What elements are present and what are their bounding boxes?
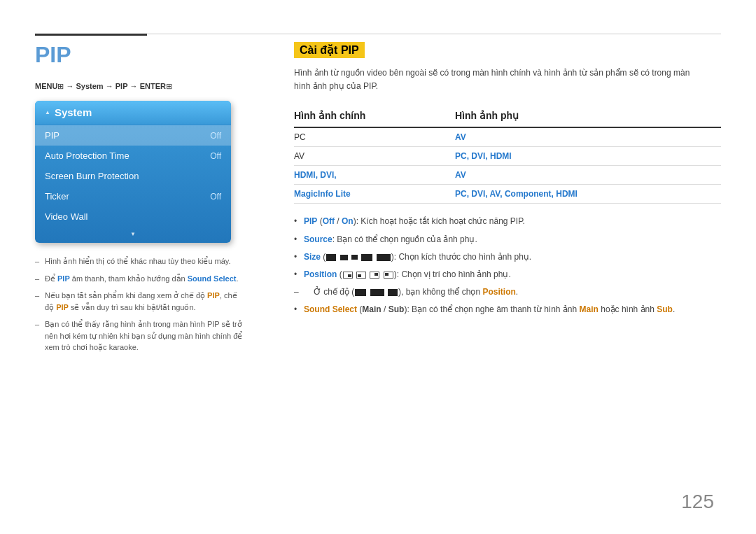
table-row: HDMI, DVI, AV	[294, 166, 721, 185]
note-item-4: Bạn có thể thấy rằng hình ảnh trong màn …	[35, 318, 245, 353]
menu-item-pip-value: Off	[210, 131, 221, 141]
table-row: MagicInfo Lite PC, DVI, AV, Component, H…	[294, 185, 721, 204]
menu-item-ticker[interactable]: Ticker Off	[35, 186, 231, 206]
note-item-1: Hình ảnh hiển thị có thể khác nhau tùy t…	[35, 255, 245, 267]
bullet-position-note: Ở chế độ ( ), bạn không thể chọn Positio…	[294, 286, 721, 299]
system-header-label: System	[55, 106, 92, 118]
menu-item-pip[interactable]: PIP Off	[35, 125, 231, 146]
table-row: AV PC, DVI, HDMI	[294, 147, 721, 166]
menu-item-ticker-label: Ticker	[45, 191, 69, 202]
intro-text: Hình ảnh từ nguồn video bên ngoài sẽ có …	[294, 66, 700, 93]
menu-item-screen-burn-label: Screen Burn Protection	[45, 171, 139, 181]
bullet-list: PIP (Off / On): Kích hoạt hoặc tắt kích …	[294, 215, 721, 316]
note-item-3: Nếu bạn tắt sản phẩm khi đang xem ở chế …	[35, 290, 245, 313]
menu-item-video-wall-label: Video Wall	[45, 211, 88, 222]
page-number: 125	[681, 491, 714, 513]
bullet-sound-select: Sound Select (Main / Sub): Bạn có thể ch…	[294, 303, 721, 316]
menu-item-auto-protection[interactable]: Auto Protection Time Off	[35, 146, 231, 166]
top-line-accent	[35, 34, 147, 36]
table-cell-sub: AV	[441, 127, 721, 147]
notes-section: Hình ảnh hiển thị có thể khác nhau tùy t…	[35, 255, 245, 353]
note-item-2: Để PIP âm thanh, tham khảo hướng dẫn Sou…	[35, 273, 245, 285]
table-cell-main: MagicInfo Lite	[294, 185, 441, 204]
col-main-header: Hình ảnh chính	[294, 106, 441, 127]
menu-item-auto-protection-value: Off	[210, 151, 221, 161]
bullet-pip: PIP (Off / On): Kích hoạt hoặc tắt kích …	[294, 215, 721, 228]
system-menu-box: System PIP Off Auto Protection Time Off …	[35, 101, 231, 243]
bullet-size: Size ( ): Chọn kích thước cho hình ảnh p…	[294, 251, 721, 264]
left-column: PIP MENU⊞ → System → PIP → ENTER⊞ System…	[35, 42, 273, 359]
table-cell-main: AV	[294, 147, 441, 166]
table-cell-main: HDMI, DVI,	[294, 166, 441, 185]
menu-item-pip-label: PIP	[45, 130, 59, 141]
system-header: System	[35, 101, 231, 124]
section-title: Cài đặt PIP	[294, 42, 365, 58]
menu-item-screen-burn[interactable]: Screen Burn Protection	[35, 166, 231, 186]
col-sub-header: Hình ảnh phụ	[441, 106, 721, 127]
menu-path: MENU⊞ → System → PIP → ENTER⊞	[35, 82, 273, 91]
system-footer	[35, 228, 231, 243]
menu-item-auto-protection-label: Auto Protection Time	[45, 150, 130, 161]
bullet-position: Position ( ): Chọn vị trí cho hình ảnh p…	[294, 268, 721, 281]
table-cell-sub: PC, DVI, HDMI	[441, 147, 721, 166]
table-cell-main: PC	[294, 127, 441, 147]
image-table: Hình ảnh chính Hình ảnh phụ PC AV AV PC,…	[294, 106, 721, 204]
menu-item-video-wall[interactable]: Video Wall	[35, 206, 231, 227]
pip-title: PIP	[35, 42, 273, 68]
table-cell-sub: AV	[441, 166, 721, 185]
menu-items-list: PIP Off Auto Protection Time Off Screen …	[35, 124, 231, 228]
right-column: Cài đặt PIP Hình ảnh từ nguồn video bên …	[294, 42, 721, 321]
table-row: PC AV	[294, 127, 721, 147]
table-cell-sub: PC, DVI, AV, Component, HDMI	[441, 185, 721, 204]
menu-item-ticker-value: Off	[210, 192, 221, 202]
bullet-source: Source: Bạn có thể chọn nguồn của ảnh ph…	[294, 233, 721, 246]
